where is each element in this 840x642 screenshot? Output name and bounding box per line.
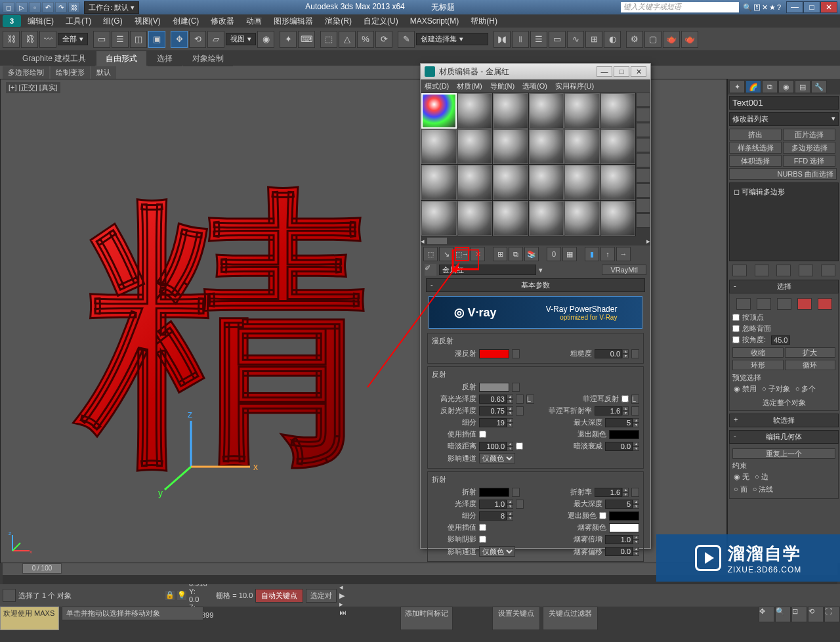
lock-selection-icon[interactable]: 🔒 [165, 591, 175, 600]
options-icon[interactable] [636, 183, 650, 198]
fog-mult-spinner[interactable]: 1.0 [605, 535, 633, 544]
fresnel-ior-map-button[interactable] [631, 406, 639, 416]
align-icon[interactable]: ⫴ [512, 31, 529, 48]
sample-slot-13[interactable] [421, 165, 457, 200]
subobj-element-icon[interactable] [818, 298, 832, 310]
tab-hierarchy-icon[interactable]: ⧉ [762, 80, 778, 93]
render-prod-icon[interactable]: 🫖 [681, 31, 698, 48]
go-parent-icon[interactable]: ↑ [600, 247, 615, 261]
curve-editor-icon[interactable]: ∿ [567, 31, 584, 48]
scale-icon[interactable]: ▱ [207, 31, 224, 48]
snap-toggle-icon[interactable]: ⬚ [320, 31, 337, 48]
me-menu-material[interactable]: 材质(M) [457, 81, 482, 91]
chk-by-angle[interactable] [732, 336, 740, 343]
menu-rendering[interactable]: 渲染(R) [320, 14, 357, 28]
menu-graph-editors[interactable]: 图形编辑器 [268, 14, 318, 28]
sample-slot-9[interactable] [493, 129, 528, 165]
keyboard-shortcut-icon[interactable]: ⌨ [298, 31, 315, 48]
backlight-icon[interactable] [636, 108, 650, 122]
refr-affect-select[interactable]: 仅颜色 [479, 546, 515, 557]
select-object-icon[interactable]: ▭ [93, 31, 110, 48]
material-type-button[interactable]: VRayMtl [602, 265, 646, 275]
menu-modifiers[interactable]: 修改器 [205, 14, 240, 28]
sample-slot-14[interactable] [457, 165, 493, 200]
rendered-frame-icon[interactable]: ▢ [644, 31, 662, 48]
me-menu-navigation[interactable]: 导航(N) [490, 81, 514, 91]
tab-selection[interactable]: 选择 [148, 51, 182, 66]
sample-slot-24[interactable] [600, 201, 636, 236]
subobj-edge-icon[interactable] [757, 298, 771, 310]
sample-slot-16[interactable] [529, 165, 564, 200]
diffuse-map-button[interactable] [512, 349, 520, 358]
subobj-border-icon[interactable] [777, 298, 791, 310]
btn-shrink[interactable]: 收缩 [732, 347, 784, 358]
spinner-snap-icon[interactable]: ⟳ [375, 31, 392, 48]
menu-tools[interactable]: 工具(T) [60, 14, 96, 28]
viewport-label[interactable]: [+] [正交] [真实] [6, 82, 60, 93]
modifier-stack[interactable]: ◻ 可编辑多边形 [729, 182, 839, 261]
dim-falloff-spinner[interactable]: 0.0 [605, 442, 633, 451]
exchange-icon[interactable]: ✕ [762, 3, 768, 12]
maximize-button[interactable]: □ [803, 1, 820, 13]
layers-icon[interactable]: ☰ [530, 31, 547, 48]
menu-create[interactable]: 创建(C) [167, 14, 205, 28]
rollout-edit-geom-header[interactable]: 编辑几何体 [729, 430, 839, 444]
ribbon-toggle-icon[interactable]: ▭ [549, 31, 566, 48]
sample-slot-18[interactable] [600, 165, 636, 200]
play-icon[interactable]: ▶ [339, 591, 346, 600]
assign-to-selection-icon[interactable]: ⬚→ [455, 247, 469, 261]
sample-slot-22[interactable] [529, 201, 564, 236]
radio-constrain-normal[interactable]: ○ 法线 [753, 484, 774, 494]
sample-uv-icon[interactable] [636, 138, 650, 152]
tab-freeform[interactable]: 自由形式 [96, 51, 146, 66]
menu-edit[interactable]: 编辑(E) [22, 14, 59, 28]
btn-loop[interactable]: 循环 [785, 360, 836, 370]
qat-link-icon[interactable]: ⛓ [68, 2, 80, 12]
tab-create-icon[interactable]: ✦ [729, 80, 745, 93]
radio-multi[interactable]: ○ 多个 [795, 384, 816, 394]
angle-spinner[interactable]: 45.0 [771, 335, 790, 345]
select-by-name-icon[interactable]: ☰ [112, 31, 129, 48]
search-icon[interactable]: 🔍 [743, 3, 752, 12]
goto-end-icon[interactable]: ⏭ [339, 609, 346, 616]
tab-object-paint[interactable]: 对象绘制 [183, 51, 233, 66]
refr-exit-swatch[interactable] [609, 511, 639, 521]
manipulate-icon[interactable]: ✦ [280, 31, 297, 48]
mod-btn-poly-select[interactable]: 多边形选择 [783, 142, 835, 154]
maxscript-listener-button[interactable]: 欢迎使用 MAXS [0, 607, 59, 630]
refract-color-swatch[interactable] [479, 488, 509, 497]
refl-affect-select[interactable]: 仅颜色 [479, 453, 515, 463]
make-unique-icon[interactable] [776, 265, 791, 276]
dim-dist-spinner[interactable]: 100.0 [479, 442, 507, 451]
isolate-icon[interactable]: 💡 [177, 591, 186, 600]
refl-gloss-map-button[interactable] [516, 406, 524, 416]
put-to-scene-icon[interactable]: ↘ [439, 247, 453, 261]
key-filters-button[interactable]: 关键点过滤器 [543, 607, 598, 630]
reset-map-icon[interactable]: ✕ [471, 247, 485, 261]
me-menu-modes[interactable]: 模式(D) [425, 81, 449, 91]
roughness-spinner[interactable]: 0.0 [595, 349, 622, 358]
rollout-soft-header[interactable]: 软选择 [729, 414, 839, 427]
chk-refl-interp[interactable] [479, 431, 486, 438]
sample-slot-21[interactable] [493, 201, 528, 236]
sample-slot-8[interactable] [457, 129, 493, 165]
sample-slot-17[interactable] [564, 165, 600, 200]
app-menu-icon[interactable]: 3 [3, 15, 21, 27]
pick-material-icon[interactable]: ✐ [425, 264, 436, 276]
reflect-map-button[interactable] [512, 383, 520, 392]
sample-scrollbar[interactable]: ◂▸ [421, 236, 650, 246]
refl-gloss-spinner[interactable]: 0.75 [479, 406, 507, 416]
unlink-icon[interactable]: ⛓̸ [21, 31, 38, 48]
make-copy-icon[interactable]: ⊞ [493, 247, 507, 261]
menu-customize[interactable]: 自定义(U) [358, 14, 404, 28]
show-end-result-icon[interactable] [755, 265, 769, 276]
qat-undo-icon[interactable]: ↶ [42, 2, 54, 12]
video-check-icon[interactable] [636, 153, 650, 167]
radio-constrain-edge[interactable]: ○ 边 [755, 472, 768, 482]
render-icon[interactable]: 🫖 [663, 31, 680, 48]
select-region-icon[interactable]: ◫ [130, 31, 147, 48]
object-name-field[interactable] [729, 96, 839, 110]
fog-bias-spinner[interactable]: 0.0 [605, 547, 633, 556]
radio-constrain-face[interactable]: ○ 面 [734, 484, 747, 494]
move-icon[interactable]: ✥ [171, 31, 188, 48]
